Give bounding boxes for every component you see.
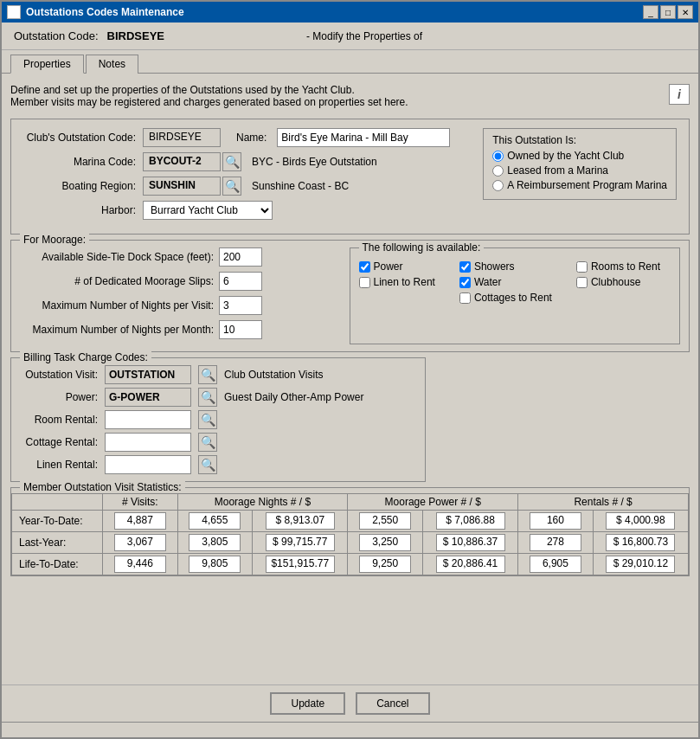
dedicated-slips-input[interactable]	[219, 272, 262, 291]
cottages-label: Cottages to Rent	[474, 292, 552, 304]
clubhouse-checkbox[interactable]	[576, 277, 588, 288]
ownership-title: This Outstation Is:	[492, 134, 667, 146]
available-dock-input[interactable]	[219, 247, 262, 267]
close-button[interactable]: ✕	[678, 5, 693, 19]
boating-region-value: SUNSHIN	[143, 177, 221, 196]
header-subtitle: - Modify the Properties of	[306, 30, 422, 42]
ltd-power-count: 9,250	[348, 554, 423, 575]
ownership-radio-2[interactable]	[492, 180, 504, 191]
outstation-details-box: Club's Outstation Code: BIRDSEYE Name: M…	[10, 119, 690, 235]
tab-notes[interactable]: Notes	[86, 55, 138, 74]
window-title: Outstations Codes Maintenance	[26, 6, 184, 18]
showers-label: Showers	[474, 260, 515, 273]
details-left: Club's Outstation Code: BIRDSEYE Name: M…	[23, 128, 471, 225]
dedicated-slips-label: # of Dedicated Moorage Slips:	[20, 275, 219, 287]
max-nights-month-input[interactable]	[219, 320, 262, 339]
harbor-label: Harbor:	[23, 204, 136, 216]
max-nights-month-row: Maximum Number of Nights per Month:	[20, 320, 332, 339]
dedicated-slips-row: # of Dedicated Moorage Slips:	[20, 272, 332, 291]
outstation-visit-input[interactable]	[105, 365, 191, 384]
ownership-radio-1[interactable]	[492, 165, 504, 177]
cottage-rental-lookup-button[interactable]: 🔍	[198, 433, 217, 452]
power-lookup-button[interactable]: 🔍	[198, 388, 217, 407]
linen-checkbox[interactable]	[359, 277, 370, 288]
checkbox-rooms: Rooms to Rent	[576, 260, 671, 273]
power-billing-input[interactable]	[105, 388, 191, 407]
maximize-button[interactable]: □	[660, 5, 676, 19]
marina-code-field-group: BYCOUT-2 🔍	[143, 152, 241, 171]
boating-region-lookup-button[interactable]: 🔍	[222, 177, 241, 196]
stats-section: Member Outstation Visit Statistics: # Vi…	[10, 487, 690, 576]
max-nights-visit-row: Maximum Number of Nights per Visit:	[20, 296, 332, 315]
lookup-icon: 🔍	[225, 155, 240, 169]
ownership-radio-0[interactable]	[492, 151, 504, 162]
harbor-row: Harbor: Burrard Yacht Club	[23, 201, 471, 220]
checkbox-power: Power	[359, 260, 446, 273]
room-rental-input[interactable]	[105, 410, 191, 429]
power-checkbox[interactable]	[359, 261, 370, 273]
cottage-rental-lookup-icon: 🔍	[201, 435, 215, 449]
outstation-code-value: BIRDSEYE	[107, 29, 164, 42]
ltd-moorage-count: 9,805	[177, 554, 253, 575]
title-bar-left: 🗃 Outstations Codes Maintenance	[7, 5, 184, 19]
linen-rental-input[interactable]	[105, 455, 191, 474]
cottage-rental-input[interactable]	[105, 433, 191, 452]
linen-rental-lookup-button[interactable]: 🔍	[198, 455, 217, 474]
billing-grid: Outstation Visit: 🔍 Club Outstation Visi…	[20, 365, 416, 474]
checkbox-clubhouse: Clubhouse	[576, 276, 671, 288]
checkbox-water: Water	[459, 276, 562, 288]
checkbox-showers: Showers	[459, 260, 562, 273]
max-nights-visit-label: Maximum Number of Nights per Visit:	[20, 299, 219, 312]
bottom-bar: Update Cancel	[2, 684, 698, 722]
lastyear-power-count: 3,250	[348, 532, 423, 554]
ltd-power-dollar: $ 20,886.41	[422, 554, 517, 575]
cancel-button[interactable]: Cancel	[356, 692, 429, 715]
marina-code-desc: BYC - Birds Eye Outstation	[252, 156, 377, 168]
update-button[interactable]: Update	[270, 692, 345, 715]
ytd-visits: 4,887	[103, 511, 178, 532]
description-text: Define and set up the properties of the …	[10, 84, 408, 108]
ownership-option-0[interactable]: Owned by the Yacht Club	[492, 150, 667, 162]
room-rental-lookup-button[interactable]: 🔍	[198, 410, 217, 429]
outstation-visit-row: Outstation Visit: 🔍 Club Outstation Visi…	[20, 365, 416, 384]
power-billing-label: Power:	[20, 391, 98, 403]
ytd-label: Year-To-Date:	[12, 511, 103, 532]
ytd-power-count: 2,550	[348, 511, 423, 532]
club-code-value: BIRDSEYE	[143, 128, 221, 147]
water-label: Water	[474, 276, 502, 288]
rooms-checkbox[interactable]	[576, 261, 588, 273]
name-input[interactable]	[277, 128, 450, 147]
marina-code-value: BYCOUT-2	[143, 152, 221, 171]
outstation-header: Outstation Code: BIRDSEYE - Modify the P…	[2, 22, 698, 50]
moorage-section: For Moorage: Available Side-Tie Dock Spa…	[10, 240, 690, 352]
boating-region-desc: Sunshine Coast - BC	[252, 180, 349, 192]
showers-checkbox[interactable]	[459, 261, 471, 273]
lastyear-moorage-count: 3,805	[177, 532, 253, 554]
billing-section-title: Billing Task Charge Codes:	[20, 351, 151, 363]
description-line2: Member visits may be registered and char…	[10, 96, 408, 108]
marina-code-lookup-button[interactable]: 🔍	[222, 152, 241, 171]
max-nights-month-label: Maximum Number of Nights per Month:	[20, 324, 219, 336]
checkbox-linen: Linen to Rent	[359, 276, 446, 288]
title-bar-controls: _ □ ✕	[643, 5, 693, 19]
outstation-visit-label: Outstation Visit:	[20, 369, 98, 381]
cottages-checkbox[interactable]	[459, 292, 471, 304]
cottage-rental-row: Cottage Rental: 🔍	[20, 433, 416, 452]
harbor-select[interactable]: Burrard Yacht Club	[143, 201, 273, 220]
water-checkbox[interactable]	[459, 277, 471, 288]
boating-region-label: Boating Region:	[23, 180, 136, 192]
ownership-option-1[interactable]: Leased from a Marina	[492, 164, 667, 177]
ownership-option-2[interactable]: A Reimbursement Program Marina	[492, 179, 667, 191]
tab-properties[interactable]: Properties	[10, 55, 84, 74]
table-row: Last-Year: 3,067 3,805 $ 99,715.77 3,250…	[12, 532, 689, 554]
minimize-button[interactable]: _	[643, 5, 658, 19]
ltd-moorage-dollar: $151,915.77	[253, 554, 348, 575]
ownership-label-0: Owned by the Yacht Club	[507, 150, 624, 162]
stats-col-moorage: Moorage Nights # / $	[177, 494, 348, 511]
room-rental-lookup-icon: 🔍	[201, 413, 215, 427]
max-nights-visit-input[interactable]	[219, 296, 262, 315]
ytd-power-dollar: $ 7,086.88	[422, 511, 517, 532]
outstation-visit-lookup-button[interactable]: 🔍	[198, 365, 217, 384]
ownership-group: This Outstation Is: Owned by the Yacht C…	[483, 128, 677, 200]
moorage-right: The following is available: Power Shower…	[350, 247, 681, 344]
